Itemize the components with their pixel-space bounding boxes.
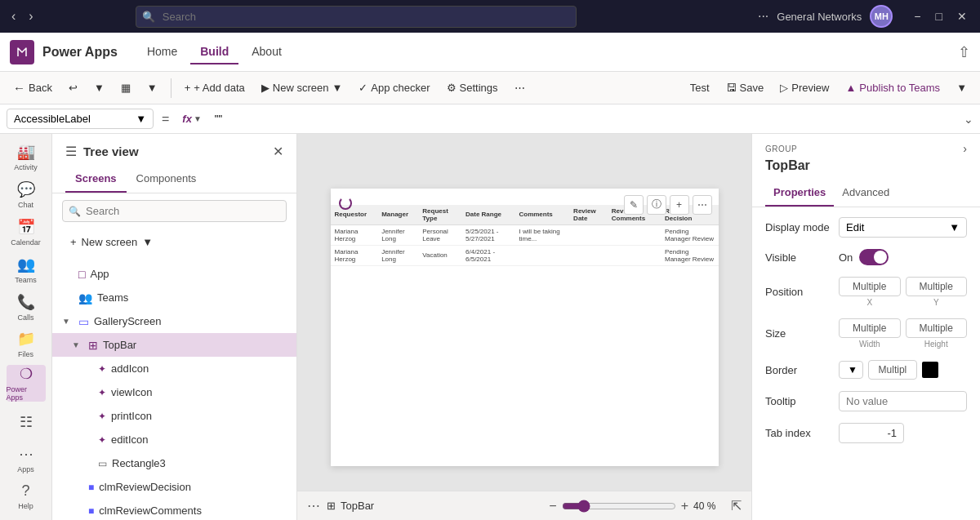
tree-item-teams[interactable]: 👥 Teams ⋯ — [52, 286, 296, 309]
new-screen-tree-button[interactable]: + New screen ▼ — [62, 232, 161, 252]
avatar[interactable]: MH — [870, 5, 893, 28]
displaymode-dropdown[interactable]: Edit ▼ — [839, 217, 967, 238]
fx-button[interactable]: fx ▼ — [177, 109, 206, 128]
cell-comments-1: I will be taking time... — [514, 224, 569, 245]
fullscreen-button[interactable]: ⇱ — [731, 498, 742, 513]
tab-screens[interactable]: Screens — [65, 166, 127, 193]
toolbar-overflow-button[interactable]: ⋯ — [508, 78, 532, 97]
new-screen-button[interactable]: ▶ New screen ▼ — [255, 78, 350, 97]
titlebar-more-button[interactable]: ··· — [758, 9, 768, 24]
screens-dropdown[interactable]: ▼ — [140, 78, 164, 97]
back-button[interactable]: ‹ — [7, 6, 20, 27]
tree-item-clmreviewdecision[interactable]: ■ clmReviewDecision ⋯ — [52, 475, 296, 499]
sidebar-item-more[interactable]: ⋯ Apps — [7, 442, 46, 476]
border-value: ▼ — [839, 360, 967, 380]
clmrd-item-icon: ■ — [88, 482, 94, 493]
settings-button[interactable]: ⚙ Settings — [440, 78, 505, 97]
forward-button[interactable]: › — [24, 6, 38, 27]
col-date-range: Date Range — [461, 205, 514, 225]
back-label: Back — [29, 82, 52, 94]
tree-item-app[interactable]: □ App ⋯ — [52, 262, 296, 286]
zoom-out-button[interactable]: − — [549, 499, 556, 513]
close-button[interactable]: ✕ — [951, 7, 973, 26]
tree-item-viewicon[interactable]: ✦ viewIcon ⋯ — [52, 380, 296, 404]
size-height-input[interactable] — [906, 318, 968, 338]
undo-dropdown[interactable]: ▼ — [87, 78, 111, 97]
border-color-swatch[interactable] — [922, 362, 938, 378]
sidebar-item-teams[interactable]: 👥 Teams — [7, 252, 46, 287]
appbar-nav: Home Build About — [137, 40, 292, 64]
sidebar-item-activity[interactable]: 🏭 Activity — [7, 140, 46, 175]
back-toolbar-button[interactable]: ← Back — [7, 78, 59, 98]
app-checker-button[interactable]: ✓ App checker — [352, 78, 436, 97]
tree-item-galleryscreen[interactable]: ▼ ▭ GalleryScreen ⋯ — [52, 309, 296, 333]
formula-expand-icon[interactable]: ⌄ — [964, 113, 973, 126]
border-label: Border — [765, 364, 839, 376]
sidebar-item-treeview[interactable]: ☷ — [7, 405, 46, 439]
undo-button[interactable]: ↩ — [62, 78, 84, 97]
rp-tab-advanced[interactable]: Advanced — [834, 180, 898, 207]
maximize-button[interactable]: □ — [929, 7, 949, 26]
col-request-type: Request Type — [418, 205, 461, 225]
tree-item-editicon[interactable]: ✦ editIcon ⋯ — [52, 428, 296, 451]
displaymode-label: Display mode — [765, 221, 839, 233]
tooltip-input[interactable] — [839, 391, 967, 411]
publish-dropdown[interactable]: ▼ — [950, 78, 973, 97]
sidebar-item-calls[interactable]: 📞 Calls — [7, 290, 46, 324]
tree-item-clmreviewcomments[interactable]: ■ clmReviewComments ⋯ — [52, 499, 296, 520]
app-item-label: App — [90, 268, 269, 280]
position-x-input[interactable] — [839, 277, 901, 296]
tree-item-topbar[interactable]: ▼ ⊞ TopBar ⋯ — [52, 333, 296, 357]
size-width-input[interactable] — [839, 318, 901, 338]
tree-item-addicon[interactable]: ✦ addIcon ⋯ — [52, 357, 296, 380]
toolbar-right: Test 🖫 Save ▷ Preview ▲ Publish to Teams… — [684, 78, 973, 97]
canvas-component-icon: ⊞ — [327, 500, 336, 512]
tree-close-button[interactable]: ✕ — [273, 144, 283, 159]
tree-search-input[interactable] — [62, 200, 287, 222]
canvas-info-button[interactable]: ⓘ — [647, 195, 666, 215]
minimize-button[interactable]: − — [907, 7, 927, 26]
tab-components[interactable]: Components — [127, 166, 207, 193]
zoom-in-button[interactable]: + — [681, 499, 688, 513]
test-button[interactable]: Test — [684, 78, 716, 97]
tree-hamburger-button[interactable]: ☰ — [65, 144, 77, 159]
share-icon[interactable]: ⇧ — [958, 44, 970, 60]
sidebar-item-files[interactable]: 📁 Files — [7, 327, 46, 362]
nav-about[interactable]: About — [242, 40, 292, 64]
preview-button[interactable]: ▷ Preview — [773, 78, 835, 97]
rp-expand-icon[interactable]: › — [963, 142, 967, 155]
titlebar-search-input[interactable] — [136, 6, 577, 28]
position-y-input[interactable] — [906, 277, 968, 296]
canvas-add-button[interactable]: + — [670, 195, 689, 215]
canvas-edit-button[interactable]: ✎ — [624, 195, 644, 215]
sidebar-item-chat[interactable]: 💬 Chat — [7, 178, 46, 212]
tree-item-rectangle3[interactable]: ▭ Rectangle3 ⋯ — [52, 451, 296, 475]
tree-item-printicon[interactable]: ✦ printIcon ⋯ — [52, 404, 296, 428]
printicon-item-icon: ✦ — [98, 411, 106, 422]
border-width-input[interactable] — [868, 360, 917, 380]
canvas-more-button[interactable]: ⋯ — [693, 195, 712, 215]
rp-tab-properties[interactable]: Properties — [765, 180, 834, 207]
editicon-item-label: editIcon — [111, 433, 269, 446]
preview-label: Preview — [791, 82, 829, 94]
sidebar-item-powerapps[interactable]: ❍ Power Apps — [7, 365, 46, 402]
settings-icon: ⚙ — [447, 82, 457, 94]
property-selector[interactable]: AccessibleLabel ▼ — [7, 109, 154, 129]
screens-button[interactable]: ▦ — [114, 78, 137, 97]
visible-toggle-switch[interactable] — [859, 249, 889, 265]
sidebar-item-calendar[interactable]: 📅 Calendar — [7, 216, 46, 250]
border-style-dropdown[interactable]: ▼ — [839, 361, 863, 379]
canvas-overflow-button[interactable]: ⋯ — [307, 498, 320, 513]
rp-component-title: TopBar — [752, 158, 980, 180]
position-y-item: Y — [906, 277, 968, 307]
sidebar-item-help[interactable]: ? Help — [7, 479, 46, 513]
save-button[interactable]: 🖫 Save — [719, 78, 771, 97]
publish-button[interactable]: ▲ Publish to Teams — [839, 78, 947, 97]
add-data-button[interactable]: + + Add data — [178, 78, 252, 97]
nav-home[interactable]: Home — [137, 40, 187, 64]
rp-row-size: Size Width Height — [765, 318, 967, 349]
tabindex-input[interactable] — [839, 423, 904, 443]
zoom-slider[interactable] — [562, 500, 676, 513]
nav-build[interactable]: Build — [190, 40, 238, 64]
formula-input[interactable] — [212, 109, 959, 128]
